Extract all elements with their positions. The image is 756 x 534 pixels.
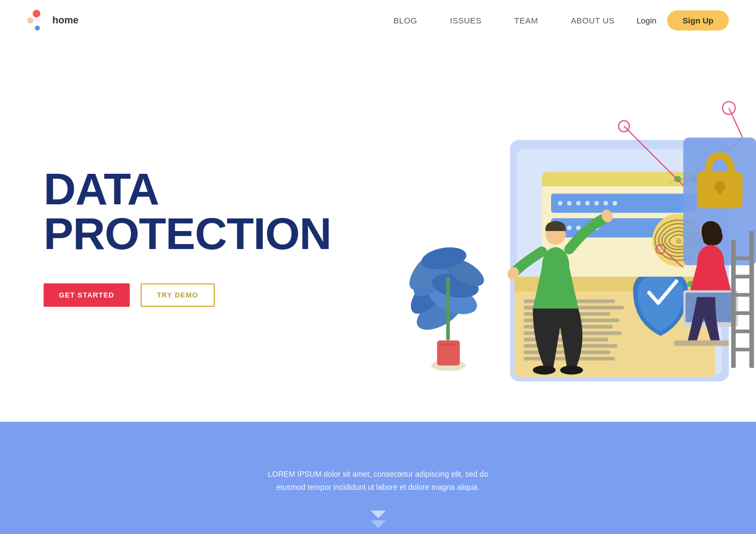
svg-rect-76 — [674, 341, 728, 346]
try-demo-button[interactable]: TRY DEMO — [141, 283, 215, 307]
scroll-arrows — [371, 511, 386, 528]
hero-title: DATA PROTECTION — [44, 167, 331, 256]
svg-point-49 — [567, 226, 571, 230]
navbar: home BLOG ISSUES TEAM ABOUT US Login Sig… — [0, 0, 756, 40]
svg-rect-11 — [446, 277, 450, 341]
hero-title-line2: PROTECTION — [44, 211, 331, 256]
bottom-lorem-text: LOREM IPSUM dolor sit amet, consectetur … — [264, 468, 493, 494]
nav-links: BLOG ISSUES TEAM ABOUT US — [394, 16, 615, 25]
svg-point-44 — [594, 201, 598, 205]
svg-rect-2 — [440, 344, 456, 345]
hero-illustration: _ O X _ O X — [364, 40, 756, 422]
nav-link-team[interactable]: TEAM — [515, 16, 539, 25]
svg-rect-39 — [551, 193, 697, 213]
svg-point-50 — [576, 226, 580, 230]
svg-point-72 — [560, 366, 583, 375]
svg-point-46 — [612, 201, 616, 205]
hero-section: DATA PROTECTION GET STARTED TRY DEMO — [0, 40, 756, 422]
svg-point-40 — [558, 201, 562, 205]
login-button[interactable]: Login — [637, 16, 657, 25]
arrow-down-1 — [371, 511, 386, 518]
dot-yellow — [27, 17, 33, 23]
hero-buttons: GET STARTED TRY DEMO — [44, 283, 331, 307]
nav-actions: Login Sign Up — [637, 10, 729, 31]
illustration-svg: _ O X _ O X — [364, 40, 756, 422]
arrow-down-2 — [371, 520, 386, 528]
dot-red — [33, 10, 40, 17]
hero-left: DATA PROTECTION GET STARTED TRY DEMO — [0, 40, 364, 422]
get-started-button[interactable]: GET STARTED — [44, 283, 130, 307]
logo[interactable]: home — [27, 10, 78, 31]
nav-link-issues[interactable]: ISSUES — [450, 16, 482, 25]
svg-point-41 — [567, 201, 571, 205]
hero-title-line1: DATA — [44, 164, 159, 214]
dot-blue — [35, 26, 40, 31]
svg-point-45 — [603, 201, 608, 205]
svg-line-59 — [729, 108, 742, 137]
svg-point-54 — [676, 238, 681, 244]
signup-button[interactable]: Sign Up — [667, 10, 729, 31]
svg-point-42 — [576, 201, 580, 205]
svg-point-61 — [722, 101, 735, 114]
svg-point-43 — [585, 201, 589, 205]
bottom-section: LOREM IPSUM dolor sit amet, consectetur … — [0, 422, 756, 534]
nav-link-about[interactable]: ABOUT US — [571, 16, 614, 25]
logo-text: home — [52, 15, 78, 26]
svg-point-71 — [533, 366, 555, 375]
logo-dots — [27, 10, 48, 31]
nav-link-blog[interactable]: BLOG — [394, 16, 418, 25]
svg-rect-67 — [718, 186, 722, 195]
